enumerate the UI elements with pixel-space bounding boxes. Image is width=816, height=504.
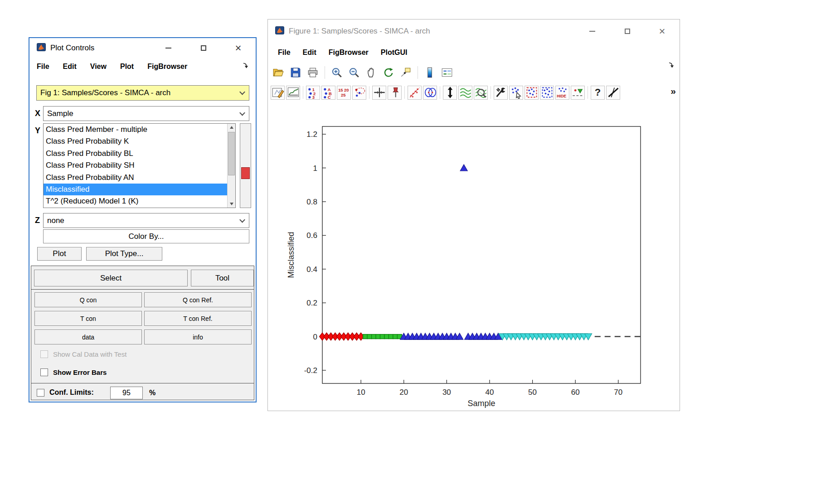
close-button[interactable]: × xyxy=(221,38,256,58)
z-variable-select[interactable]: none xyxy=(43,213,249,228)
x-tick-label: 60 xyxy=(571,388,580,397)
save-icon[interactable] xyxy=(289,66,302,79)
t-con-button[interactable]: T con xyxy=(34,311,142,326)
minimize-button[interactable] xyxy=(575,19,610,43)
view-spectra-icon[interactable] xyxy=(458,86,472,100)
rotate-3d-icon[interactable] xyxy=(382,66,395,79)
dock-arrow-icon[interactable] xyxy=(668,62,675,70)
menu-file[interactable]: File xyxy=(37,63,49,71)
color-by-button[interactable]: Color By... xyxy=(43,229,249,243)
slider-thumb[interactable] xyxy=(241,167,250,179)
select-button[interactable]: Select xyxy=(34,270,188,286)
q-con-ref-button[interactable]: Q con Ref. xyxy=(144,292,252,307)
z-variable-value: none xyxy=(47,216,64,225)
maximize-button[interactable] xyxy=(610,19,645,43)
conf-limit-input[interactable] xyxy=(110,387,143,399)
info-button[interactable]: info xyxy=(144,330,252,344)
conf-ellipses-icon[interactable] xyxy=(423,86,437,100)
include-points-icon[interactable] xyxy=(540,86,554,100)
marker-square[interactable] xyxy=(376,334,380,339)
show-cal-data-checkbox[interactable] xyxy=(40,350,48,358)
marker-square[interactable] xyxy=(380,334,384,339)
list-item[interactable]: T^2 (Reduced) Model 1 (K) xyxy=(44,195,227,207)
menu-edit[interactable]: Edit xyxy=(63,63,77,71)
list-item[interactable]: Class Pred Member - multiple xyxy=(44,124,227,136)
axes-box xyxy=(322,126,641,383)
list-scrollbar[interactable] xyxy=(227,124,235,208)
menu-plot[interactable]: Plot xyxy=(120,63,134,71)
labels-numbers-icon[interactable]: 123 xyxy=(306,86,320,100)
figure-title: Figure 1: Samples/Scores - SIMCA - arch xyxy=(289,27,430,36)
menu-edit[interactable]: Edit xyxy=(303,48,316,57)
axis-snap-icon[interactable] xyxy=(372,86,386,100)
menu-file[interactable]: File xyxy=(278,48,291,57)
pan-icon[interactable] xyxy=(364,66,378,79)
open-icon[interactable] xyxy=(272,66,285,79)
maximize-button[interactable] xyxy=(186,38,221,58)
matlab-app-icon xyxy=(37,43,46,53)
show-error-bars-checkbox[interactable] xyxy=(40,368,48,376)
plot-button[interactable]: Plot xyxy=(37,247,82,261)
scrollbar-thumb[interactable] xyxy=(228,132,235,175)
marker-square[interactable] xyxy=(363,334,368,339)
zoom-in-icon[interactable] xyxy=(330,66,344,79)
zoom-spectra-icon[interactable] xyxy=(474,86,488,100)
hide-points-icon[interactable]: HIDE xyxy=(555,86,569,100)
marker-square[interactable] xyxy=(367,334,372,339)
y-variable-list[interactable]: Class Pred Member - multiple Class Pred … xyxy=(43,123,236,208)
select-points-icon[interactable] xyxy=(509,86,523,100)
t-con-ref-button[interactable]: T con Ref. xyxy=(144,311,252,326)
edit-plot-icon[interactable] xyxy=(271,86,285,100)
close-button[interactable]: × xyxy=(645,19,680,43)
labels-values-icon[interactable]: 15 2025 xyxy=(337,86,351,100)
exclude-points-icon[interactable] xyxy=(525,86,539,100)
menu-view[interactable]: View xyxy=(90,63,107,71)
conf-limits-checkbox[interactable] xyxy=(37,389,44,397)
zoom-out-icon[interactable] xyxy=(347,66,361,79)
series-class-BL[interactable] xyxy=(363,334,402,339)
autoscale-y-icon[interactable] xyxy=(443,86,457,100)
tool-button[interactable]: Tool xyxy=(191,270,254,286)
line-settings-icon[interactable] xyxy=(606,86,620,100)
q-con-button[interactable]: Q con xyxy=(34,292,142,307)
marker-square[interactable] xyxy=(384,334,389,339)
figure-selector[interactable]: Fig 1: Samples/Scores - SIMCA - arch xyxy=(36,85,249,101)
marker-square[interactable] xyxy=(393,334,398,339)
class-plot-icon[interactable] xyxy=(571,86,585,100)
scroll-up-button[interactable] xyxy=(228,124,235,131)
plot-canvas[interactable]: 10203040506070-0.200.20.40.60.811.2Sampl… xyxy=(268,102,680,411)
figure-titlebar[interactable]: Figure 1: Samples/Scores - SIMCA - arch … xyxy=(268,19,680,43)
labels-letters-icon[interactable]: ABC xyxy=(321,86,335,100)
plot-controls-titlebar[interactable]: Plot Controls × xyxy=(29,38,256,58)
data-button[interactable]: data xyxy=(34,330,142,344)
menu-figbrowser[interactable]: FigBrowser xyxy=(147,63,187,71)
menu-figbrowser[interactable]: FigBrowser xyxy=(329,48,369,57)
legend-icon[interactable] xyxy=(440,66,454,79)
list-item[interactable]: Class Pred Probability K xyxy=(44,136,227,147)
print-icon[interactable] xyxy=(306,66,320,79)
list-item[interactable]: Class Pred Probability BL xyxy=(44,148,227,160)
colorbar-icon[interactable] xyxy=(423,66,437,79)
scroll-down-button[interactable] xyxy=(228,200,235,208)
plot-tools-icon[interactable] xyxy=(494,86,508,100)
toolbar-overflow-icon[interactable]: » xyxy=(670,86,676,97)
marker-square[interactable] xyxy=(389,334,393,339)
list-item-selected[interactable]: Misclassified xyxy=(44,184,227,195)
help-icon[interactable]: ? xyxy=(591,86,605,100)
spawn-figure-icon[interactable] xyxy=(286,86,300,100)
toolbar-separator xyxy=(588,86,588,99)
list-item[interactable]: Class Pred Probability SH xyxy=(44,160,227,171)
list-item[interactable]: Class Pred Probability AN xyxy=(44,172,227,184)
marker-square[interactable] xyxy=(372,334,376,339)
pin-plot-icon[interactable] xyxy=(388,86,402,100)
menu-plotgui[interactable]: PlotGUI xyxy=(381,48,408,57)
minimize-button[interactable] xyxy=(151,38,186,58)
scroll-down-icon xyxy=(230,203,233,205)
x-variable-select[interactable]: Sample xyxy=(43,106,249,121)
dock-arrow-icon[interactable] xyxy=(243,63,249,71)
declutter-icon[interactable] xyxy=(408,86,422,100)
data-cursor-icon[interactable] xyxy=(399,66,413,79)
plot-type-button[interactable]: Plot Type... xyxy=(86,247,162,261)
labels-classes-icon[interactable] xyxy=(352,86,366,100)
y-range-slider[interactable] xyxy=(240,123,251,208)
